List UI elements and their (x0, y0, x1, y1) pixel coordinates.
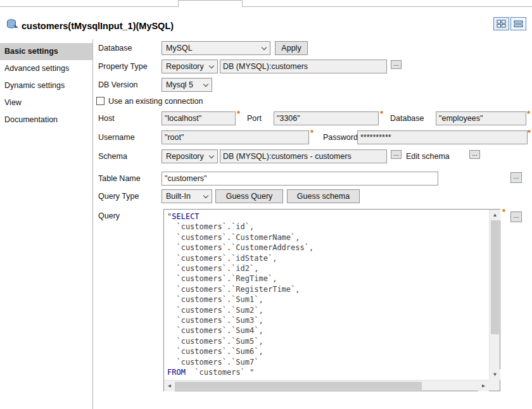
database-label: Database (98, 41, 132, 55)
scroll-up-button[interactable]: ▲ (490, 210, 500, 220)
scroll-right-button[interactable]: ► (478, 381, 489, 391)
property-repository-field[interactable] (220, 60, 387, 73)
page-title: customers(tMysqlInput_1)(MySQL) (22, 21, 174, 31)
required-icon: * (528, 129, 531, 137)
property-type-combo-value: Repository (166, 62, 204, 71)
horizontal-scrollbar[interactable]: ◄ ► (164, 380, 489, 391)
port-label: Port (247, 111, 262, 125)
query-ellipsis-button[interactable]: ... (510, 211, 522, 222)
schema-label: Schema (98, 149, 127, 163)
database-combo-value: MySQL (166, 44, 193, 53)
sidebar-divider (92, 39, 93, 409)
query-type-label: Query Type (98, 189, 139, 203)
required-icon: * (237, 110, 240, 118)
dropdown-caret-icon (209, 63, 214, 68)
username-input[interactable] (162, 130, 309, 144)
dropdown-caret-icon (203, 192, 208, 198)
property-type-combo[interactable]: Repository (162, 60, 218, 73)
host-label: Host (98, 111, 115, 125)
dropdown-caret-icon (262, 44, 267, 49)
dropdown-caret-icon (203, 81, 208, 86)
sidebar-item-documentation[interactable]: Documentation (0, 111, 92, 129)
guess-query-button[interactable]: Guess Query (215, 189, 283, 203)
db-version-combo[interactable]: Mysql 5 (162, 78, 212, 92)
list-view-button[interactable] (510, 17, 526, 30)
required-icon: * (527, 110, 530, 118)
schema-combo-value: Repository (166, 152, 204, 161)
host-input[interactable] (162, 111, 236, 125)
edit-schema-label: Edit schema (406, 149, 450, 163)
component-icon (6, 19, 19, 30)
query-type-combo[interactable]: Built-In (162, 189, 212, 203)
sidebar-item-basic-settings[interactable]: Basic settings (0, 43, 92, 60)
property-ellipsis-button[interactable]: ... (391, 60, 402, 69)
table-name-label: Table Name (98, 172, 141, 186)
query-label: Query (98, 209, 120, 223)
query-type-combo-value: Built-In (166, 192, 191, 201)
apply-button[interactable]: Apply (275, 41, 308, 55)
grid-icon (497, 20, 506, 28)
existing-connection-checkbox[interactable] (96, 97, 104, 105)
db-version-label: DB Version (98, 78, 138, 92)
schema-combo[interactable]: Repository (162, 149, 218, 163)
port-input[interactable] (274, 111, 379, 125)
table-name-input[interactable] (162, 172, 438, 186)
table-name-ellipsis-button[interactable]: ... (510, 172, 522, 183)
database2-label: Database (390, 111, 424, 125)
password-input[interactable] (357, 130, 528, 144)
query-editor[interactable]: "SELECT `customers`.`id`, `customers`.`C… (163, 209, 500, 391)
username-label: Username (98, 130, 135, 144)
scroll-left-button[interactable]: ◄ (164, 381, 175, 391)
scroll-down-button[interactable]: ▼ (490, 369, 500, 380)
guess-schema-button[interactable]: Guess schema (287, 189, 360, 203)
existing-connection-label: Use an existing connection (108, 94, 203, 108)
scrollbar-corner (489, 380, 500, 391)
required-icon: * (380, 110, 383, 118)
settings-sidebar: Basic settings Advanced settings Dynamic… (0, 43, 92, 129)
query-code[interactable]: "SELECT `customers`.`id`, `customers`.`C… (164, 210, 489, 380)
required-icon: * (502, 208, 505, 216)
db-version-combo-value: Mysql 5 (166, 80, 193, 89)
vertical-scrollbar-thumb[interactable] (491, 220, 499, 334)
sidebar-item-dynamic-settings[interactable]: Dynamic settings (0, 77, 92, 94)
grid-view-button[interactable] (493, 17, 509, 30)
edit-schema-ellipsis-button[interactable]: ... (469, 150, 480, 159)
database-name-input[interactable] (436, 111, 526, 125)
sidebar-item-advanced-settings[interactable]: Advanced settings (0, 60, 92, 77)
database-combo[interactable]: MySQL (162, 41, 270, 55)
property-type-label: Property Type (98, 60, 148, 73)
top-divider (0, 6, 532, 7)
dropdown-caret-icon (209, 153, 214, 158)
sidebar-item-view[interactable]: View (0, 94, 92, 111)
required-icon: * (310, 129, 314, 137)
password-label: Password (323, 130, 358, 144)
schema-ellipsis-button[interactable]: ... (391, 150, 402, 159)
list-icon (514, 20, 523, 28)
horizontal-scrollbar-thumb[interactable] (175, 382, 422, 390)
component-settings-panel: customers(tMysqlInput_1)(MySQL) Basic se… (0, 0, 532, 409)
top-tab[interactable] (178, 0, 243, 7)
vertical-scrollbar[interactable]: ▲ ▼ (489, 210, 500, 380)
schema-repository-field[interactable] (220, 149, 387, 163)
